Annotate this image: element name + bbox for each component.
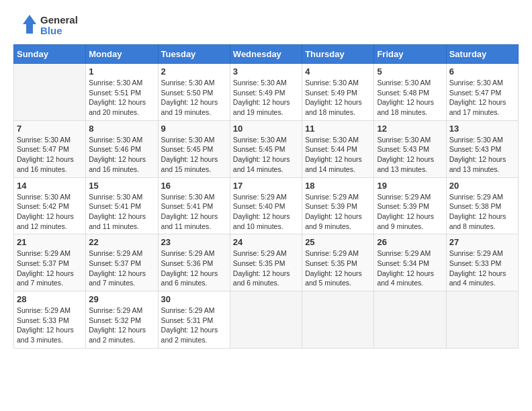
day-number: 22 bbox=[89, 237, 154, 247]
day-info: Sunrise: 5:30 AMSunset: 5:42 PMDaylight:… bbox=[17, 192, 83, 232]
day-number: 21 bbox=[17, 237, 83, 247]
logo-general-text: General bbox=[40, 15, 78, 26]
calendar-cell bbox=[302, 291, 374, 349]
calendar-cell: 22Sunrise: 5:29 AMSunset: 5:37 PMDayligh… bbox=[86, 234, 158, 291]
calendar-cell: 14Sunrise: 5:30 AMSunset: 5:42 PMDayligh… bbox=[14, 177, 86, 234]
calendar-week-2: 7Sunrise: 5:30 AMSunset: 5:47 PMDaylight… bbox=[14, 120, 519, 177]
calendar-cell: 12Sunrise: 5:30 AMSunset: 5:43 PMDayligh… bbox=[374, 120, 446, 177]
day-info: Sunrise: 5:30 AMSunset: 5:48 PMDaylight:… bbox=[377, 78, 443, 118]
weekday-header-row: SundayMondayTuesdayWednesdayThursdayFrid… bbox=[14, 45, 519, 64]
day-number: 1 bbox=[89, 66, 154, 77]
calendar-cell: 1Sunrise: 5:30 AMSunset: 5:51 PMDaylight… bbox=[86, 64, 158, 121]
day-number: 4 bbox=[305, 66, 371, 77]
calendar-cell: 15Sunrise: 5:30 AMSunset: 5:41 PMDayligh… bbox=[86, 177, 158, 234]
logo: General Blue bbox=[13, 13, 78, 38]
day-info: Sunrise: 5:29 AMSunset: 5:35 PMDaylight:… bbox=[233, 248, 299, 288]
day-number: 25 bbox=[305, 237, 371, 247]
day-number: 14 bbox=[17, 181, 83, 191]
calendar-week-4: 21Sunrise: 5:29 AMSunset: 5:37 PMDayligh… bbox=[14, 234, 519, 291]
day-number: 29 bbox=[89, 294, 154, 304]
day-info: Sunrise: 5:29 AMSunset: 5:33 PMDaylight:… bbox=[17, 306, 83, 345]
weekday-header-monday: Monday bbox=[86, 45, 158, 64]
day-info: Sunrise: 5:30 AMSunset: 5:44 PMDaylight:… bbox=[305, 135, 371, 175]
day-number: 23 bbox=[161, 237, 227, 247]
day-number: 5 bbox=[377, 66, 443, 77]
calendar-cell: 13Sunrise: 5:30 AMSunset: 5:43 PMDayligh… bbox=[446, 120, 518, 177]
logo-svg-icon bbox=[13, 13, 38, 38]
calendar-cell bbox=[374, 291, 446, 349]
calendar-week-1: 1Sunrise: 5:30 AMSunset: 5:51 PMDaylight… bbox=[14, 64, 519, 121]
day-number: 18 bbox=[305, 181, 371, 191]
day-info: Sunrise: 5:30 AMSunset: 5:45 PMDaylight:… bbox=[161, 135, 227, 175]
calendar-cell: 11Sunrise: 5:30 AMSunset: 5:44 PMDayligh… bbox=[302, 120, 374, 177]
calendar-cell: 7Sunrise: 5:30 AMSunset: 5:47 PMDaylight… bbox=[14, 120, 86, 177]
day-number: 16 bbox=[161, 181, 227, 191]
logo-blue-text: Blue bbox=[40, 26, 78, 37]
calendar-cell: 23Sunrise: 5:29 AMSunset: 5:36 PMDayligh… bbox=[158, 234, 230, 291]
day-info: Sunrise: 5:29 AMSunset: 5:40 PMDaylight:… bbox=[233, 192, 299, 232]
calendar-header: SundayMondayTuesdayWednesdayThursdayFrid… bbox=[14, 45, 519, 64]
calendar-cell: 30Sunrise: 5:29 AMSunset: 5:31 PMDayligh… bbox=[158, 291, 230, 349]
day-info: Sunrise: 5:30 AMSunset: 5:50 PMDaylight:… bbox=[161, 78, 227, 118]
day-number: 12 bbox=[377, 124, 443, 134]
day-info: Sunrise: 5:29 AMSunset: 5:34 PMDaylight:… bbox=[377, 248, 443, 288]
weekday-header-sunday: Sunday bbox=[14, 45, 86, 64]
calendar-cell: 29Sunrise: 5:29 AMSunset: 5:32 PMDayligh… bbox=[86, 291, 158, 349]
weekday-header-friday: Friday bbox=[374, 45, 446, 64]
calendar-cell bbox=[230, 291, 302, 349]
day-info: Sunrise: 5:30 AMSunset: 5:47 PMDaylight:… bbox=[449, 78, 515, 118]
calendar-cell: 2Sunrise: 5:30 AMSunset: 5:50 PMDaylight… bbox=[158, 64, 230, 121]
day-info: Sunrise: 5:29 AMSunset: 5:36 PMDaylight:… bbox=[161, 248, 227, 288]
day-number: 13 bbox=[449, 124, 515, 134]
day-number: 26 bbox=[377, 237, 443, 247]
calendar-cell: 25Sunrise: 5:29 AMSunset: 5:35 PMDayligh… bbox=[302, 234, 374, 291]
day-number: 20 bbox=[449, 181, 515, 191]
calendar-cell: 4Sunrise: 5:30 AMSunset: 5:49 PMDaylight… bbox=[302, 64, 374, 121]
calendar-table: SundayMondayTuesdayWednesdayThursdayFrid… bbox=[13, 44, 519, 349]
day-number: 7 bbox=[17, 124, 83, 134]
calendar-cell: 28Sunrise: 5:29 AMSunset: 5:33 PMDayligh… bbox=[14, 291, 86, 349]
calendar-cell: 19Sunrise: 5:29 AMSunset: 5:39 PMDayligh… bbox=[374, 177, 446, 234]
calendar-cell bbox=[14, 64, 86, 121]
calendar-week-3: 14Sunrise: 5:30 AMSunset: 5:42 PMDayligh… bbox=[14, 177, 519, 234]
day-info: Sunrise: 5:29 AMSunset: 5:37 PMDaylight:… bbox=[89, 248, 154, 288]
day-info: Sunrise: 5:29 AMSunset: 5:37 PMDaylight:… bbox=[17, 248, 83, 288]
day-number: 11 bbox=[305, 124, 371, 134]
svg-marker-1 bbox=[23, 15, 36, 34]
day-number: 10 bbox=[233, 124, 299, 134]
calendar-cell: 17Sunrise: 5:29 AMSunset: 5:40 PMDayligh… bbox=[230, 177, 302, 234]
day-info: Sunrise: 5:29 AMSunset: 5:31 PMDaylight:… bbox=[161, 306, 227, 345]
day-info: Sunrise: 5:30 AMSunset: 5:51 PMDaylight:… bbox=[89, 78, 154, 118]
day-number: 8 bbox=[89, 124, 154, 134]
calendar-cell: 9Sunrise: 5:30 AMSunset: 5:45 PMDaylight… bbox=[158, 120, 230, 177]
weekday-header-saturday: Saturday bbox=[446, 45, 518, 64]
calendar-cell: 27Sunrise: 5:29 AMSunset: 5:33 PMDayligh… bbox=[446, 234, 518, 291]
day-info: Sunrise: 5:30 AMSunset: 5:49 PMDaylight:… bbox=[233, 78, 299, 118]
calendar-body: 1Sunrise: 5:30 AMSunset: 5:51 PMDaylight… bbox=[14, 64, 519, 349]
day-info: Sunrise: 5:30 AMSunset: 5:43 PMDaylight:… bbox=[449, 135, 515, 175]
day-number: 28 bbox=[17, 294, 83, 304]
day-info: Sunrise: 5:29 AMSunset: 5:38 PMDaylight:… bbox=[449, 192, 515, 232]
calendar-cell: 8Sunrise: 5:30 AMSunset: 5:46 PMDaylight… bbox=[86, 120, 158, 177]
day-info: Sunrise: 5:30 AMSunset: 5:47 PMDaylight:… bbox=[17, 135, 83, 175]
day-number: 2 bbox=[161, 66, 227, 77]
day-number: 17 bbox=[233, 181, 299, 191]
calendar-cell bbox=[446, 291, 518, 349]
day-info: Sunrise: 5:29 AMSunset: 5:35 PMDaylight:… bbox=[305, 248, 371, 288]
day-info: Sunrise: 5:30 AMSunset: 5:46 PMDaylight:… bbox=[89, 135, 154, 175]
calendar-cell: 18Sunrise: 5:29 AMSunset: 5:39 PMDayligh… bbox=[302, 177, 374, 234]
day-number: 3 bbox=[233, 66, 299, 77]
calendar-cell: 20Sunrise: 5:29 AMSunset: 5:38 PMDayligh… bbox=[446, 177, 518, 234]
calendar-cell: 10Sunrise: 5:30 AMSunset: 5:45 PMDayligh… bbox=[230, 120, 302, 177]
calendar-cell: 24Sunrise: 5:29 AMSunset: 5:35 PMDayligh… bbox=[230, 234, 302, 291]
day-number: 24 bbox=[233, 237, 299, 247]
day-info: Sunrise: 5:29 AMSunset: 5:39 PMDaylight:… bbox=[305, 192, 371, 232]
day-info: Sunrise: 5:30 AMSunset: 5:41 PMDaylight:… bbox=[89, 192, 154, 232]
weekday-header-wednesday: Wednesday bbox=[230, 45, 302, 64]
calendar-cell: 26Sunrise: 5:29 AMSunset: 5:34 PMDayligh… bbox=[374, 234, 446, 291]
day-number: 6 bbox=[449, 66, 515, 77]
calendar-cell: 5Sunrise: 5:30 AMSunset: 5:48 PMDaylight… bbox=[374, 64, 446, 121]
calendar-cell: 6Sunrise: 5:30 AMSunset: 5:47 PMDaylight… bbox=[446, 64, 518, 121]
day-info: Sunrise: 5:29 AMSunset: 5:39 PMDaylight:… bbox=[377, 192, 443, 232]
day-number: 15 bbox=[89, 181, 154, 191]
